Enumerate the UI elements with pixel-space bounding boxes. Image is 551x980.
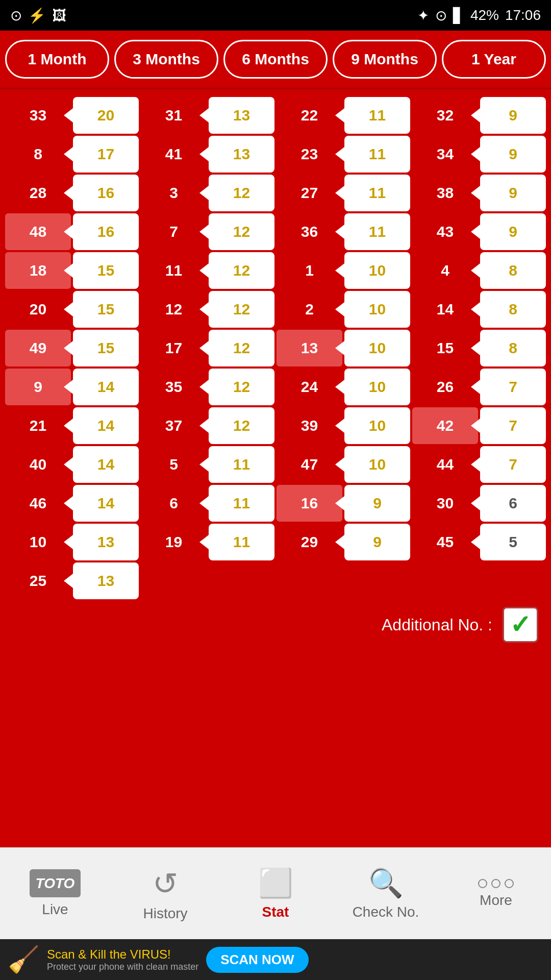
cell-0-7: 9 <box>480 97 546 134</box>
cell-7-3: 12 <box>209 369 274 405</box>
cell-4-0: 18 <box>5 252 71 289</box>
cell-12-7 <box>480 562 546 599</box>
nav-checkno[interactable]: 🔍 Check No. <box>331 867 441 920</box>
cell-6-5: 10 <box>344 330 410 366</box>
cell-6-1: 15 <box>73 330 139 366</box>
cell-4-7: 8 <box>480 252 546 289</box>
cell-3-5: 11 <box>344 213 410 250</box>
tab-6months[interactable]: 6 Months <box>223 40 328 79</box>
cell-8-0: 21 <box>5 407 71 444</box>
cell-7-2: 35 <box>141 369 207 405</box>
nav-live[interactable]: TOTO Live <box>0 869 110 918</box>
cell-8-2: 37 <box>141 407 207 444</box>
status-bar: ⊙ ⚡ 🖼 ✦ ⊙ ▋ 42% 17:06 <box>0 0 551 31</box>
cell-1-4: 23 <box>277 136 342 173</box>
cell-7-1: 14 <box>73 369 139 405</box>
cell-8-1: 14 <box>73 407 139 444</box>
nav-live-label: Live <box>42 901 68 918</box>
cell-7-6: 26 <box>412 369 478 405</box>
cell-10-1: 14 <box>73 485 139 522</box>
cell-2-2: 3 <box>141 175 207 211</box>
additional-no-row: Additional No. : ✓ <box>3 602 548 648</box>
cell-11-5: 9 <box>344 524 410 560</box>
status-icons: ⊙ ⚡ 🖼 <box>10 7 66 24</box>
history-icon: ↺ <box>153 866 178 901</box>
additional-no-checkbox[interactable]: ✓ <box>503 607 538 643</box>
cell-10-4: 16 <box>277 485 342 522</box>
cell-1-1: 17 <box>73 136 139 173</box>
cell-11-0: 10 <box>5 524 71 560</box>
cell-4-6: 4 <box>412 252 478 289</box>
cell-1-0: 8 <box>5 136 71 173</box>
tab-1year[interactable]: 1 Year <box>442 40 546 79</box>
cell-0-0: 33 <box>5 97 71 134</box>
scan-now-button[interactable]: SCAN NOW <box>206 947 308 973</box>
usb-icon: ⚡ <box>28 7 46 24</box>
cell-0-3: 13 <box>209 97 274 134</box>
cell-5-7: 8 <box>480 291 546 328</box>
tab-9months[interactable]: 9 Months <box>333 40 437 79</box>
cell-0-6: 32 <box>412 97 478 134</box>
cell-1-2: 41 <box>141 136 207 173</box>
tab-3months[interactable]: 3 Months <box>114 40 218 79</box>
cell-8-4: 39 <box>277 407 342 444</box>
data-grid: 33 20 31 13 22 11 32 9 8 17 41 13 23 11 … <box>3 94 548 602</box>
cell-12-0: 25 <box>5 562 71 599</box>
cell-6-7: 8 <box>480 330 546 366</box>
cell-3-0: 48 <box>5 213 71 250</box>
cell-4-1: 15 <box>73 252 139 289</box>
cell-9-0: 40 <box>5 446 71 483</box>
cell-7-7: 7 <box>480 369 546 405</box>
ad-text-block: Scan & Kill the VIRUS! Protect your phon… <box>47 947 198 972</box>
cell-12-3 <box>209 562 274 599</box>
cell-2-0: 28 <box>5 175 71 211</box>
cell-10-6: 30 <box>412 485 478 522</box>
additional-no-label: Additional No. : <box>382 616 492 634</box>
cell-1-5: 11 <box>344 136 410 173</box>
cell-5-5: 10 <box>344 291 410 328</box>
status-right-icons: ✦ ⊙ ▋ 42% 17:06 <box>417 7 541 24</box>
cell-2-4: 27 <box>277 175 342 211</box>
cell-0-1: 20 <box>73 97 139 134</box>
cell-9-7: 7 <box>480 446 546 483</box>
cell-6-3: 12 <box>209 330 274 366</box>
cell-8-3: 12 <box>209 407 274 444</box>
nav-history[interactable]: ↺ History <box>110 866 220 922</box>
cell-5-6: 14 <box>412 291 478 328</box>
cell-8-7: 7 <box>480 407 546 444</box>
cell-4-4: 1 <box>277 252 342 289</box>
cell-4-5: 10 <box>344 252 410 289</box>
nav-stat[interactable]: ⬜ Stat <box>220 867 331 920</box>
bluetooth-icon: ✦ <box>417 7 429 24</box>
tab-1month[interactable]: 1 Month <box>5 40 109 79</box>
cell-5-2: 12 <box>141 291 207 328</box>
cell-10-2: 6 <box>141 485 207 522</box>
cell-12-1: 13 <box>73 562 139 599</box>
cell-3-1: 16 <box>73 213 139 250</box>
cell-9-4: 47 <box>277 446 342 483</box>
cell-10-0: 46 <box>5 485 71 522</box>
cell-6-6: 15 <box>412 330 478 366</box>
image-icon: 🖼 <box>52 7 66 24</box>
cell-7-4: 24 <box>277 369 342 405</box>
cell-2-6: 38 <box>412 175 478 211</box>
battery-level: 42% <box>470 7 499 23</box>
cell-11-3: 11 <box>209 524 274 560</box>
cell-3-6: 43 <box>412 213 478 250</box>
main-content: 33 20 31 13 22 11 32 9 8 17 41 13 23 11 … <box>0 89 551 855</box>
cell-12-6 <box>412 562 478 599</box>
ad-broom-icon: 🧹 <box>8 945 39 974</box>
cell-9-5: 10 <box>344 446 410 483</box>
cell-3-4: 36 <box>277 213 342 250</box>
cell-6-4: 13 <box>277 330 342 366</box>
nav-more[interactable]: More <box>441 879 551 909</box>
cell-2-1: 16 <box>73 175 139 211</box>
toto-logo: TOTO <box>30 869 81 897</box>
cell-11-6: 45 <box>412 524 478 560</box>
bottom-nav: TOTO Live ↺ History ⬜ Stat 🔍 Check No. M… <box>0 847 551 939</box>
cell-3-7: 9 <box>480 213 546 250</box>
nav-stat-label: Stat <box>262 904 289 920</box>
nav-history-label: History <box>143 905 187 922</box>
stat-icon: ⬜ <box>258 867 293 900</box>
checkno-icon: 🔍 <box>368 867 404 900</box>
